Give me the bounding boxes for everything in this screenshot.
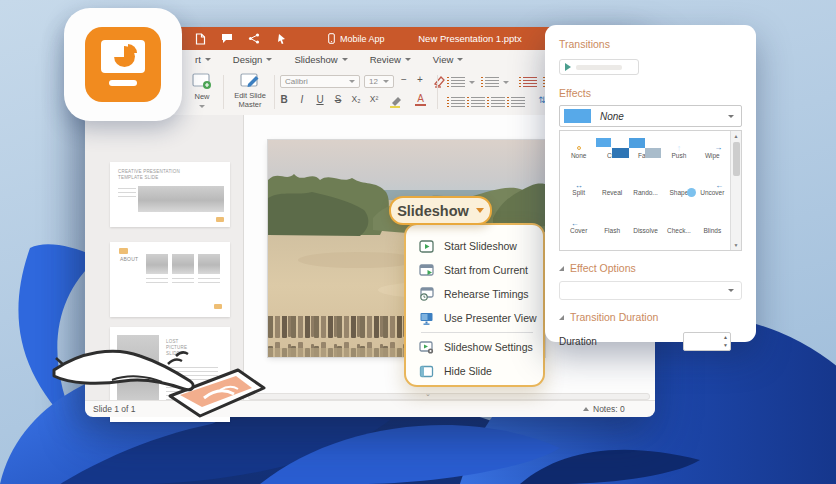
effect-none[interactable]: None xyxy=(562,134,595,172)
slideshow-dropdown-button[interactable]: Slideshow xyxy=(389,196,492,225)
menu-slideshow[interactable]: Slideshow xyxy=(283,54,358,65)
effect-blinds[interactable]: Blinds xyxy=(696,209,729,247)
effect-cover[interactable]: Cover xyxy=(562,209,595,247)
effect-flash[interactable]: Flash xyxy=(595,209,628,247)
notes-count[interactable]: Notes: 0 xyxy=(593,404,625,414)
app-icon-tile xyxy=(85,27,161,102)
new-slide-button[interactable]: New xyxy=(185,73,219,110)
spin-up-icon[interactable]: ▲ xyxy=(723,335,728,340)
chevron-down-icon xyxy=(199,105,205,108)
effect-random[interactable]: Rando... xyxy=(629,172,662,210)
align-justify-icon[interactable] xyxy=(511,97,525,107)
scrollbar-thumb[interactable] xyxy=(733,142,740,176)
chevron-down-icon[interactable] xyxy=(469,81,475,84)
presentation-app-icon[interactable] xyxy=(64,8,182,121)
clear-format-icon[interactable] xyxy=(433,75,446,88)
chevron-down-icon[interactable] xyxy=(503,81,509,84)
share-icon[interactable] xyxy=(248,33,260,44)
hand-tap-illustration xyxy=(52,318,267,436)
slide-thumbnail-2[interactable]: ABOUT xyxy=(110,242,230,317)
effect-wipe[interactable]: Wipe xyxy=(696,134,729,172)
edit-master-icon xyxy=(240,73,260,89)
deco-square xyxy=(119,248,128,254)
strikethrough-button[interactable]: S xyxy=(331,94,345,105)
effect-shape[interactable]: Shape xyxy=(662,172,695,210)
chevron-down-icon xyxy=(205,58,211,61)
decrease-font-button[interactable]: − xyxy=(397,74,411,85)
menu-insert[interactable]: rt xyxy=(184,54,222,65)
effect-options-dropdown[interactable] xyxy=(559,281,742,300)
menu-item-start-from-current[interactable]: Start from Current xyxy=(419,258,543,282)
effect-options-label: Effect Options xyxy=(570,262,636,274)
menu-item-start-slideshow[interactable]: Start Slideshow xyxy=(419,234,543,258)
effect-push[interactable]: Push xyxy=(662,134,695,172)
section-collapse-icon[interactable] xyxy=(559,266,564,271)
effect-split[interactable]: Split xyxy=(562,172,595,210)
effect-uncover[interactable]: Uncover xyxy=(696,172,729,210)
chevron-down-icon xyxy=(405,58,411,61)
bullet-list-icon[interactable] xyxy=(451,77,465,87)
thumbnail-image xyxy=(138,186,224,212)
increase-font-button[interactable]: + xyxy=(413,74,427,85)
horizontal-scrollbar[interactable] xyxy=(248,393,650,400)
chevron-down-icon xyxy=(476,208,484,213)
text-lines xyxy=(172,278,194,285)
numbered-list-icon[interactable] xyxy=(485,77,499,87)
indent-decrease-icon[interactable] xyxy=(523,77,537,87)
gallery-scrollbar[interactable]: ▲ ▼ xyxy=(730,131,741,250)
menu-item-slideshow-settings[interactable]: Slideshow Settings xyxy=(419,335,543,359)
slide-shape xyxy=(101,40,145,73)
menu-view[interactable]: View xyxy=(422,54,474,65)
pointer-tool-icon[interactable] xyxy=(275,33,287,45)
slide-thumbnail-1[interactable]: CREATIVE PRESENTATION TEMPLATE SLIDE xyxy=(110,162,230,227)
duration-spinner[interactable]: ▲ ▼ xyxy=(683,332,731,351)
effect-fade[interactable]: Fade xyxy=(629,134,662,172)
font-name-select[interactable]: Calibri xyxy=(280,75,360,88)
menu-item-rehearse-timings[interactable]: Rehearse Timings xyxy=(419,282,543,306)
notes-collapse-arrow[interactable]: ⌄ xyxy=(425,390,431,398)
superscript-button[interactable]: X² xyxy=(367,94,381,104)
menu-design[interactable]: Design xyxy=(222,54,284,65)
effect-reveal[interactable]: Reveal xyxy=(595,172,628,210)
scroll-down-icon[interactable]: ▼ xyxy=(731,242,741,248)
effect-swatch xyxy=(564,109,591,123)
font-size-select[interactable]: 12 xyxy=(364,75,394,88)
menu-item-use-presenter-view[interactable]: Use Presenter View xyxy=(419,306,543,330)
comment-icon[interactable] xyxy=(221,33,233,44)
new-document-icon[interactable] xyxy=(195,33,206,45)
duration-label: Duration xyxy=(559,336,597,347)
notes-expand-icon[interactable] xyxy=(583,407,589,411)
transitions-panel: Transitions Effects None None Cut Fade P… xyxy=(545,25,756,342)
font-color-button[interactable]: A xyxy=(415,93,426,106)
align-center-icon[interactable] xyxy=(471,97,485,107)
hide-slide-icon xyxy=(419,365,434,378)
align-right-icon[interactable] xyxy=(491,97,505,107)
preview-transitions-button[interactable] xyxy=(559,59,639,75)
spin-down-icon[interactable]: ▼ xyxy=(723,343,728,348)
effect-checkerboard[interactable]: Check... xyxy=(662,209,695,247)
underline-button[interactable]: U xyxy=(313,94,327,105)
italic-button[interactable]: I xyxy=(295,94,309,105)
start-slideshow-icon xyxy=(419,240,434,253)
text-lines xyxy=(146,278,168,285)
effects-dropdown[interactable]: None xyxy=(559,105,742,127)
highlight-pen-icon[interactable] xyxy=(389,95,403,108)
desktop: { "titlebar": { "app_area_label": "Mobil… xyxy=(0,0,836,484)
menu-review[interactable]: Review xyxy=(359,54,422,65)
panel-title: Transitions xyxy=(559,38,742,50)
subscript-button[interactable]: X₂ xyxy=(349,94,363,104)
section-collapse-icon[interactable] xyxy=(559,315,564,320)
menu-item-hide-slide[interactable]: Hide Slide xyxy=(419,359,543,383)
edit-slide-master-button[interactable]: Edit Slide Master xyxy=(228,73,272,109)
start-from-current-icon xyxy=(419,264,434,277)
text-lines xyxy=(198,278,220,285)
align-left-icon[interactable] xyxy=(451,97,465,107)
thumbnail-title: CREATIVE PRESENTATION TEMPLATE SLIDE xyxy=(118,169,198,181)
bold-button[interactable]: B xyxy=(277,94,291,105)
effect-cut[interactable]: Cut xyxy=(595,134,628,172)
effect-dissolve[interactable]: Dissolve xyxy=(629,209,662,247)
text-lines xyxy=(118,188,136,198)
scroll-up-icon[interactable]: ▲ xyxy=(731,133,741,139)
rehearse-timings-icon xyxy=(419,287,434,301)
slide-number-badge xyxy=(216,217,224,222)
